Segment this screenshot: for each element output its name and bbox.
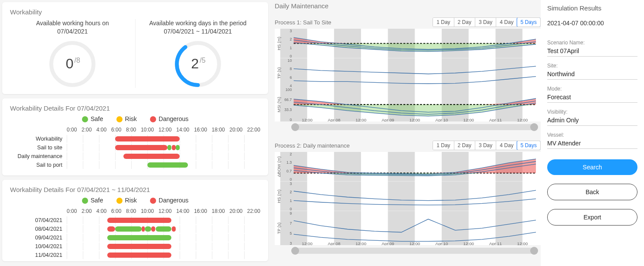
svg-text:12:00: 12:00 xyxy=(302,241,313,245)
svg-text:33.3: 33.3 xyxy=(284,108,292,112)
details2-card: Workability Details For 07/04/2021 ~ 11/… xyxy=(2,180,268,261)
svg-rect-45 xyxy=(334,152,361,182)
gantt-row: Sail to port xyxy=(10,161,260,169)
svg-text:Apr 11: Apr 11 xyxy=(489,241,502,245)
svg-text:3: 3 xyxy=(290,241,292,245)
svg-text:0: 0 xyxy=(290,207,292,211)
simulation-results-panel: Simulation Results 2021-04-07 00:00:00 S… xyxy=(541,0,644,266)
slider-handle-left[interactable] xyxy=(291,247,299,255)
svg-text:2: 2 xyxy=(290,190,292,194)
svg-text:66.7: 66.7 xyxy=(284,98,292,102)
svg-rect-69 xyxy=(496,211,523,245)
details2-title: Workability Details For 07/04/2021 ~ 11/… xyxy=(10,186,260,193)
svg-text:Apr 11: Apr 11 xyxy=(489,118,502,121)
time-slider[interactable] xyxy=(292,248,537,254)
details1-card: Workability Details For 07/04/2021 Safe … xyxy=(2,98,268,175)
sim-field-value[interactable]: Test 07April xyxy=(547,47,637,57)
svg-rect-58 xyxy=(442,182,469,211)
day-button[interactable]: 2 Day xyxy=(454,18,475,27)
gantt-details1: 0:002:004:006:008:0010:0012:0014:0016:00… xyxy=(10,127,260,169)
legend: Safe Risk Dangerous xyxy=(10,115,260,122)
svg-text:Apr 10: Apr 10 xyxy=(436,118,448,121)
legend-dangerous: Dangerous xyxy=(150,115,189,122)
gantt-row: 10/04/2021 xyxy=(10,242,260,251)
gantt-row: Workability xyxy=(10,135,260,143)
day-button[interactable]: 4 Day xyxy=(496,18,517,27)
sim-results-title: Simulation Results xyxy=(547,4,637,12)
svg-text:TP (s): TP (s) xyxy=(276,67,281,79)
sim-field: Site:Northwind xyxy=(547,63,637,80)
day-button[interactable]: 1 Day xyxy=(433,141,453,150)
days-block: Available working days in the period 07/… xyxy=(135,19,261,88)
svg-text:9: 9 xyxy=(290,211,292,215)
svg-text:10: 10 xyxy=(288,58,292,63)
gantt-row: Sail to site xyxy=(10,143,260,152)
svg-text:Apr 08: Apr 08 xyxy=(328,241,341,245)
day-button[interactable]: 3 Day xyxy=(475,18,496,27)
svg-rect-67 xyxy=(388,211,415,245)
sim-field-value[interactable]: Admin Only xyxy=(547,116,637,126)
workability-card: Workability Available working hours on 0… xyxy=(2,2,268,94)
svg-text:5: 5 xyxy=(290,231,292,236)
svg-text:12:00: 12:00 xyxy=(517,118,528,121)
svg-text:Apr 08: Apr 08 xyxy=(328,118,341,121)
days-ring: 2/5 xyxy=(174,40,222,88)
svg-rect-14 xyxy=(280,58,307,88)
svg-rect-65 xyxy=(280,211,307,245)
daily-maintenance-title: Daily Maintenance xyxy=(275,2,541,10)
day-button[interactable]: 2 Day xyxy=(454,141,475,150)
sim-timestamp: 2021-04-07 00:00:00 xyxy=(547,20,637,27)
svg-text:12:00: 12:00 xyxy=(409,241,420,245)
svg-text:HS (m): HS (m) xyxy=(276,189,281,203)
sim-field-value[interactable]: Northwind xyxy=(547,70,637,80)
process2-panel: Process 2: Daily maintenance1 Day2 Day3 … xyxy=(275,141,541,259)
day-range-buttons: 1 Day2 Day3 Day4 Day5 Days xyxy=(433,141,541,150)
svg-text:0: 0 xyxy=(290,178,292,182)
slider-handle-left[interactable] xyxy=(291,123,299,131)
gantt-row: 08/04/2021 xyxy=(10,225,260,233)
sim-field-value[interactable]: MV Attender xyxy=(547,139,637,149)
sim-field: Vessel:MV Attender xyxy=(547,132,637,149)
day-button[interactable]: 1 Day xyxy=(433,18,453,27)
sim-field-value[interactable]: Forecast xyxy=(547,93,637,103)
slider-handle-right[interactable] xyxy=(530,123,538,131)
svg-text:Apr 09: Apr 09 xyxy=(382,118,394,121)
svg-text:0: 0 xyxy=(290,118,292,121)
svg-rect-55 xyxy=(280,182,307,211)
svg-text:HS (m): HS (m) xyxy=(276,37,281,50)
day-button[interactable]: 4 Day xyxy=(496,141,517,150)
svg-text:3: 3 xyxy=(290,182,292,186)
svg-text:8: 8 xyxy=(290,67,292,71)
process1-panel: Process 1: Sail To Site1 Day2 Day3 Day4 … xyxy=(275,17,541,136)
svg-text:2: 2 xyxy=(290,37,292,41)
svg-text:ΔBOW (m): ΔBOW (m) xyxy=(276,157,281,177)
day-range-buttons: 1 Day2 Day3 Day4 Day5 Days xyxy=(433,17,541,27)
legend-risk: Risk xyxy=(116,115,137,122)
day-button[interactable]: 5 Days xyxy=(517,17,541,27)
day-button[interactable]: 5 Days xyxy=(517,141,541,150)
legend-safe: Safe xyxy=(82,115,103,122)
time-slider[interactable] xyxy=(292,124,537,130)
gantt-details2: 0:002:004:006:008:0010:0012:0014:0016:00… xyxy=(10,208,260,259)
legend2: Safe Risk Dangerous xyxy=(10,197,260,204)
svg-rect-46 xyxy=(388,152,415,182)
export-button[interactable]: Export xyxy=(547,209,637,226)
svg-text:12:00: 12:00 xyxy=(517,241,528,245)
day-button[interactable]: 3 Day xyxy=(475,141,496,150)
svg-text:12:00: 12:00 xyxy=(356,241,367,245)
gantt-row: 09/04/2021 xyxy=(10,233,260,242)
back-button[interactable]: Back xyxy=(547,184,637,200)
search-button[interactable]: Search xyxy=(547,159,637,175)
svg-text:12:00: 12:00 xyxy=(356,118,367,121)
svg-text:TP (s): TP (s) xyxy=(276,222,281,234)
gantt-row: Daily maintenance xyxy=(10,152,260,161)
svg-text:12:00: 12:00 xyxy=(463,241,474,245)
svg-text:1: 1 xyxy=(290,46,292,50)
sim-field: Scenario Name:Test 07April xyxy=(547,40,637,57)
svg-rect-15 xyxy=(334,58,361,88)
svg-rect-59 xyxy=(496,182,523,211)
slider-handle-right[interactable] xyxy=(530,247,538,255)
workability-title: Workability xyxy=(10,8,260,16)
gantt-row: 11/04/2021 xyxy=(10,251,260,259)
svg-text:2: 2 xyxy=(290,152,292,156)
